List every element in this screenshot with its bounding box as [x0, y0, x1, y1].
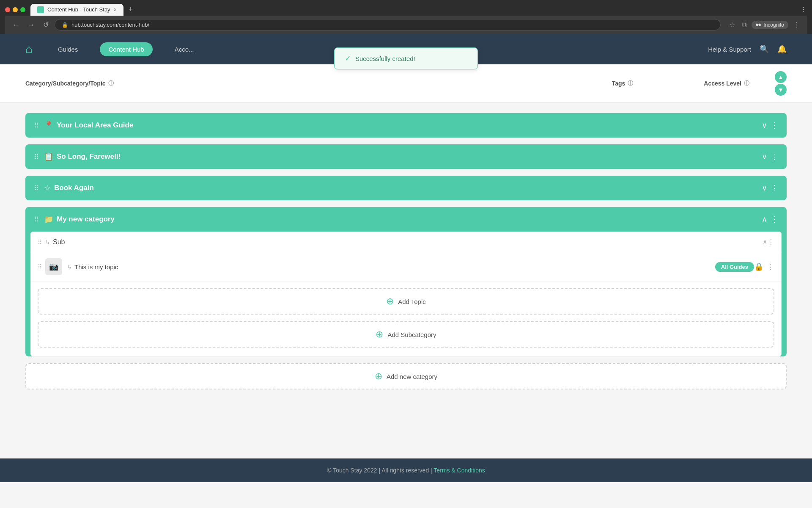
- main-content: ⠿ 📍 Your Local Area Guide ∨ ⋮ ⠿ 📋 So Lon…: [0, 103, 812, 442]
- row-actions-my-new-category: ∧ ⋮: [762, 215, 778, 224]
- collapse-my-new-category-button[interactable]: ∧: [762, 215, 767, 224]
- footer-terms-link[interactable]: Terms & Conditions: [433, 467, 485, 474]
- category-title-local-area: Your Local Area Guide: [57, 121, 762, 130]
- browser-toolbar: ← → ↺ 🔒 hub.touchstay.com/content-hub/ ☆…: [5, 16, 807, 34]
- category-icon-book-again: ☆: [44, 183, 51, 193]
- collapse-local-area-button[interactable]: ∨: [762, 121, 767, 130]
- add-subcategory-icon: ⊕: [376, 329, 383, 340]
- tags-info-icon[interactable]: ⓘ: [628, 80, 633, 87]
- nav-content-hub[interactable]: Content Hub: [100, 42, 152, 56]
- minimize-traffic-light[interactable]: [13, 7, 18, 12]
- address-lock-icon: 🔒: [62, 22, 68, 28]
- category-title-my-new-category: My new category: [57, 215, 762, 224]
- more-sub-button[interactable]: ⋮: [768, 238, 774, 246]
- add-topic-container: ⊕ Add Topic: [31, 285, 781, 315]
- sub-drag-handle[interactable]: ⠿: [38, 239, 42, 246]
- nav-guides[interactable]: Guides: [53, 42, 83, 56]
- add-new-category-button[interactable]: ⊕ Add new category: [25, 363, 787, 389]
- sort-buttons: ▲ ▼: [775, 71, 787, 96]
- header-right: Help & Support 🔍 🔔: [708, 44, 787, 54]
- collapse-book-again-button[interactable]: ∨: [762, 183, 767, 193]
- drag-handle-my-new-category[interactable]: ⠿: [34, 215, 39, 224]
- close-traffic-light[interactable]: [5, 7, 10, 12]
- nav-account[interactable]: Acco...: [170, 42, 199, 56]
- row-actions-local-area: ∨ ⋮: [762, 121, 778, 130]
- subcategory-sub: ⠿ ↳ Sub ∧ ⋮ ⠿ 📷 ↳ This is my topic All G…: [30, 232, 782, 356]
- category-header-farewell[interactable]: ⠿ 📋 So Long, Farewell! ∨ ⋮: [25, 144, 787, 169]
- toast-container: ✓ Successfully created!: [334, 47, 478, 69]
- category-icon-my-new-category: 📁: [44, 215, 53, 224]
- more-my-new-category-button[interactable]: ⋮: [771, 215, 778, 224]
- extensions-icon[interactable]: ⧉: [740, 19, 748, 30]
- topic-arrow-icon: ↳: [67, 264, 72, 270]
- fullscreen-traffic-light[interactable]: [20, 7, 25, 12]
- topic-title-this-is-my-topic: This is my topic: [74, 263, 715, 271]
- topic-lock-icon[interactable]: 🔒: [754, 262, 763, 271]
- category-header-local-area[interactable]: ⠿ 📍 Your Local Area Guide ∨ ⋮: [25, 113, 787, 138]
- drag-handle-farewell[interactable]: ⠿: [34, 153, 39, 161]
- search-button[interactable]: 🔍: [760, 44, 769, 54]
- category-row-farewell: ⠿ 📋 So Long, Farewell! ∨ ⋮: [25, 144, 787, 169]
- browser-tab-active[interactable]: Content Hub - Touch Stay ×: [30, 4, 123, 16]
- row-actions-farewell: ∨ ⋮: [762, 152, 778, 161]
- browser-menu-button[interactable]: ⋮: [792, 19, 802, 30]
- sort-ascending-button[interactable]: ▲: [775, 71, 787, 83]
- add-new-category-label: Add new category: [387, 373, 437, 380]
- column-category: Category/Subcategory/Topic ⓘ: [25, 80, 580, 87]
- category-info-icon[interactable]: ⓘ: [108, 80, 114, 87]
- access-info-icon[interactable]: ⓘ: [744, 80, 749, 87]
- app-logo[interactable]: ⌂: [25, 42, 33, 56]
- add-topic-label: Add Topic: [398, 298, 426, 305]
- category-row-my-new-category: ⠿ 📁 My new category ∧ ⋮ ⠿ ↳ Sub ∧ ⋮ ⠿ 📷: [25, 207, 787, 356]
- category-header-my-new-category[interactable]: ⠿ 📁 My new category ∧ ⋮: [25, 207, 787, 232]
- nav-help-support[interactable]: Help & Support: [708, 46, 751, 53]
- subcategory-header-sub: ⠿ ↳ Sub ∧ ⋮: [31, 232, 781, 252]
- tab-close-button[interactable]: ×: [114, 7, 117, 13]
- category-title-book-again: Book Again: [54, 184, 762, 192]
- topic-thumbnail: 📷: [45, 258, 62, 275]
- bookmark-icon[interactable]: ☆: [727, 19, 737, 30]
- traffic-lights: [5, 7, 25, 12]
- incognito-badge[interactable]: 🕶 Incognito: [752, 21, 788, 29]
- nav-refresh-button[interactable]: ↺: [41, 19, 51, 30]
- category-row-local-area: ⠿ 📍 Your Local Area Guide ∨ ⋮: [25, 113, 787, 138]
- column-headers: Category/Subcategory/Topic ⓘ Tags ⓘ Acce…: [0, 64, 812, 103]
- sort-descending-button[interactable]: ▼: [775, 84, 787, 96]
- category-row-book-again: ⠿ ☆ Book Again ∨ ⋮: [25, 176, 787, 200]
- more-farewell-button[interactable]: ⋮: [771, 152, 778, 161]
- toast-message: Successfully created!: [355, 55, 415, 62]
- column-tags: Tags ⓘ: [580, 80, 665, 87]
- more-local-area-button[interactable]: ⋮: [771, 121, 778, 130]
- topic-more-button[interactable]: ⋮: [767, 262, 774, 271]
- tag-badge-all-guides[interactable]: All Guides: [715, 262, 754, 272]
- subcategory-title-sub: Sub: [53, 238, 763, 246]
- new-tab-button[interactable]: +: [125, 3, 137, 16]
- add-topic-button[interactable]: ⊕ Add Topic: [38, 288, 774, 315]
- browser-chrome: Content Hub - Touch Stay × + ⋮ ← → ↺ 🔒 h…: [0, 0, 812, 34]
- address-bar[interactable]: 🔒 hub.touchstay.com/content-hub/: [55, 19, 721, 30]
- category-icon-farewell: 📋: [44, 152, 53, 161]
- incognito-label: Incognito: [763, 22, 784, 28]
- row-actions-book-again: ∨ ⋮: [762, 183, 778, 193]
- add-topic-icon: ⊕: [386, 296, 394, 307]
- footer-text: © Touch Stay 2022 | All rights reserved …: [327, 467, 432, 474]
- notifications-button[interactable]: 🔔: [777, 44, 787, 54]
- toolbar-icons: ☆ ⧉ 🕶 Incognito ⋮: [727, 19, 802, 30]
- sub-arrow-icon: ↳: [45, 239, 50, 246]
- collapse-sub-button[interactable]: ∧: [763, 238, 768, 246]
- drag-handle-book-again[interactable]: ⠿: [34, 184, 39, 192]
- camera-icon: 📷: [49, 262, 58, 271]
- category-header-book-again[interactable]: ⠿ ☆ Book Again ∨ ⋮: [25, 176, 787, 200]
- drag-handle-local-area[interactable]: ⠿: [34, 121, 39, 130]
- add-subcategory-button[interactable]: ⊕ Add Subcategory: [38, 321, 774, 348]
- more-book-again-button[interactable]: ⋮: [771, 183, 778, 193]
- add-subcategory-label: Add Subcategory: [387, 331, 436, 338]
- incognito-icon: 🕶: [756, 22, 761, 28]
- nav-back-button[interactable]: ←: [10, 19, 22, 30]
- nav-forward-button[interactable]: →: [25, 19, 37, 30]
- add-subcategory-container: ⊕ Add Subcategory: [31, 318, 781, 353]
- column-access-label: Access Level: [704, 80, 741, 87]
- address-url: hub.touchstay.com/content-hub/: [71, 22, 149, 28]
- collapse-farewell-button[interactable]: ∨: [762, 152, 767, 161]
- topic-drag-handle[interactable]: ⠿: [38, 263, 42, 270]
